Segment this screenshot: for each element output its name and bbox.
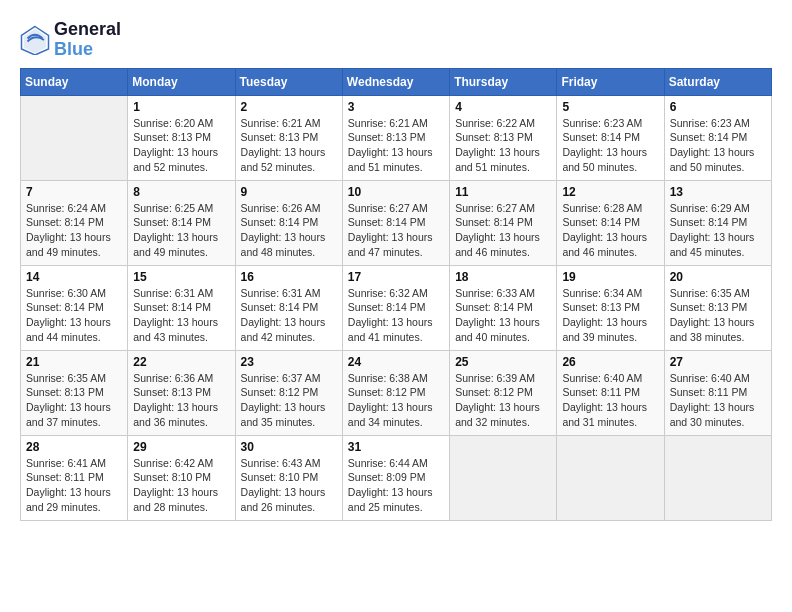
day-info: Sunrise: 6:22 AMSunset: 8:13 PMDaylight:… [455, 116, 551, 175]
day-info: Sunrise: 6:34 AMSunset: 8:13 PMDaylight:… [562, 286, 658, 345]
calendar-cell: 19Sunrise: 6:34 AMSunset: 8:13 PMDayligh… [557, 265, 664, 350]
day-number: 9 [241, 185, 337, 199]
weekday-header: Sunday [21, 68, 128, 95]
weekday-header: Saturday [664, 68, 771, 95]
calendar-cell: 20Sunrise: 6:35 AMSunset: 8:13 PMDayligh… [664, 265, 771, 350]
day-info: Sunrise: 6:20 AMSunset: 8:13 PMDaylight:… [133, 116, 229, 175]
calendar-week-row: 1Sunrise: 6:20 AMSunset: 8:13 PMDaylight… [21, 95, 772, 180]
calendar-cell: 15Sunrise: 6:31 AMSunset: 8:14 PMDayligh… [128, 265, 235, 350]
day-number: 17 [348, 270, 444, 284]
day-info: Sunrise: 6:43 AMSunset: 8:10 PMDaylight:… [241, 456, 337, 515]
day-number: 3 [348, 100, 444, 114]
weekday-header: Monday [128, 68, 235, 95]
day-info: Sunrise: 6:28 AMSunset: 8:14 PMDaylight:… [562, 201, 658, 260]
calendar-cell: 16Sunrise: 6:31 AMSunset: 8:14 PMDayligh… [235, 265, 342, 350]
logo-icon [20, 25, 50, 55]
calendar-cell: 18Sunrise: 6:33 AMSunset: 8:14 PMDayligh… [450, 265, 557, 350]
day-number: 14 [26, 270, 122, 284]
day-number: 11 [455, 185, 551, 199]
day-info: Sunrise: 6:29 AMSunset: 8:14 PMDaylight:… [670, 201, 766, 260]
day-info: Sunrise: 6:41 AMSunset: 8:11 PMDaylight:… [26, 456, 122, 515]
calendar-cell: 14Sunrise: 6:30 AMSunset: 8:14 PMDayligh… [21, 265, 128, 350]
day-info: Sunrise: 6:21 AMSunset: 8:13 PMDaylight:… [241, 116, 337, 175]
day-info: Sunrise: 6:32 AMSunset: 8:14 PMDaylight:… [348, 286, 444, 345]
day-number: 23 [241, 355, 337, 369]
calendar-cell: 8Sunrise: 6:25 AMSunset: 8:14 PMDaylight… [128, 180, 235, 265]
day-info: Sunrise: 6:30 AMSunset: 8:14 PMDaylight:… [26, 286, 122, 345]
calendar-cell: 29Sunrise: 6:42 AMSunset: 8:10 PMDayligh… [128, 435, 235, 520]
day-info: Sunrise: 6:37 AMSunset: 8:12 PMDaylight:… [241, 371, 337, 430]
day-number: 6 [670, 100, 766, 114]
weekday-header: Thursday [450, 68, 557, 95]
weekday-header: Tuesday [235, 68, 342, 95]
day-info: Sunrise: 6:40 AMSunset: 8:11 PMDaylight:… [670, 371, 766, 430]
day-number: 10 [348, 185, 444, 199]
calendar-cell: 24Sunrise: 6:38 AMSunset: 8:12 PMDayligh… [342, 350, 449, 435]
day-info: Sunrise: 6:27 AMSunset: 8:14 PMDaylight:… [455, 201, 551, 260]
day-number: 26 [562, 355, 658, 369]
calendar-cell: 26Sunrise: 6:40 AMSunset: 8:11 PMDayligh… [557, 350, 664, 435]
calendar-week-row: 14Sunrise: 6:30 AMSunset: 8:14 PMDayligh… [21, 265, 772, 350]
calendar-header-row: SundayMondayTuesdayWednesdayThursdayFrid… [21, 68, 772, 95]
day-number: 2 [241, 100, 337, 114]
calendar-cell: 1Sunrise: 6:20 AMSunset: 8:13 PMDaylight… [128, 95, 235, 180]
weekday-header: Friday [557, 68, 664, 95]
calendar-cell: 3Sunrise: 6:21 AMSunset: 8:13 PMDaylight… [342, 95, 449, 180]
day-number: 19 [562, 270, 658, 284]
weekday-header: Wednesday [342, 68, 449, 95]
day-number: 31 [348, 440, 444, 454]
calendar-week-row: 28Sunrise: 6:41 AMSunset: 8:11 PMDayligh… [21, 435, 772, 520]
calendar-cell: 28Sunrise: 6:41 AMSunset: 8:11 PMDayligh… [21, 435, 128, 520]
calendar-cell: 10Sunrise: 6:27 AMSunset: 8:14 PMDayligh… [342, 180, 449, 265]
day-info: Sunrise: 6:31 AMSunset: 8:14 PMDaylight:… [133, 286, 229, 345]
logo: General Blue [20, 20, 121, 60]
day-number: 25 [455, 355, 551, 369]
calendar-cell: 11Sunrise: 6:27 AMSunset: 8:14 PMDayligh… [450, 180, 557, 265]
calendar-cell: 5Sunrise: 6:23 AMSunset: 8:14 PMDaylight… [557, 95, 664, 180]
day-number: 22 [133, 355, 229, 369]
day-info: Sunrise: 6:39 AMSunset: 8:12 PMDaylight:… [455, 371, 551, 430]
day-number: 21 [26, 355, 122, 369]
day-info: Sunrise: 6:24 AMSunset: 8:14 PMDaylight:… [26, 201, 122, 260]
calendar-cell: 23Sunrise: 6:37 AMSunset: 8:12 PMDayligh… [235, 350, 342, 435]
calendar-cell: 21Sunrise: 6:35 AMSunset: 8:13 PMDayligh… [21, 350, 128, 435]
day-number: 20 [670, 270, 766, 284]
day-number: 27 [670, 355, 766, 369]
calendar-cell: 6Sunrise: 6:23 AMSunset: 8:14 PMDaylight… [664, 95, 771, 180]
calendar-cell: 22Sunrise: 6:36 AMSunset: 8:13 PMDayligh… [128, 350, 235, 435]
calendar-cell: 13Sunrise: 6:29 AMSunset: 8:14 PMDayligh… [664, 180, 771, 265]
day-number: 8 [133, 185, 229, 199]
calendar-cell [664, 435, 771, 520]
calendar-cell: 31Sunrise: 6:44 AMSunset: 8:09 PMDayligh… [342, 435, 449, 520]
day-number: 18 [455, 270, 551, 284]
day-number: 16 [241, 270, 337, 284]
day-number: 24 [348, 355, 444, 369]
day-info: Sunrise: 6:36 AMSunset: 8:13 PMDaylight:… [133, 371, 229, 430]
calendar-cell: 30Sunrise: 6:43 AMSunset: 8:10 PMDayligh… [235, 435, 342, 520]
day-info: Sunrise: 6:21 AMSunset: 8:13 PMDaylight:… [348, 116, 444, 175]
logo-text: General Blue [54, 20, 121, 60]
day-number: 30 [241, 440, 337, 454]
day-info: Sunrise: 6:44 AMSunset: 8:09 PMDaylight:… [348, 456, 444, 515]
calendar-cell: 25Sunrise: 6:39 AMSunset: 8:12 PMDayligh… [450, 350, 557, 435]
day-info: Sunrise: 6:27 AMSunset: 8:14 PMDaylight:… [348, 201, 444, 260]
day-info: Sunrise: 6:31 AMSunset: 8:14 PMDaylight:… [241, 286, 337, 345]
day-info: Sunrise: 6:40 AMSunset: 8:11 PMDaylight:… [562, 371, 658, 430]
calendar-cell [450, 435, 557, 520]
day-number: 4 [455, 100, 551, 114]
calendar-cell: 27Sunrise: 6:40 AMSunset: 8:11 PMDayligh… [664, 350, 771, 435]
day-number: 5 [562, 100, 658, 114]
day-number: 1 [133, 100, 229, 114]
calendar-cell: 4Sunrise: 6:22 AMSunset: 8:13 PMDaylight… [450, 95, 557, 180]
calendar-cell: 2Sunrise: 6:21 AMSunset: 8:13 PMDaylight… [235, 95, 342, 180]
day-info: Sunrise: 6:23 AMSunset: 8:14 PMDaylight:… [670, 116, 766, 175]
day-info: Sunrise: 6:35 AMSunset: 8:13 PMDaylight:… [26, 371, 122, 430]
page-header: General Blue [20, 20, 772, 60]
calendar-week-row: 7Sunrise: 6:24 AMSunset: 8:14 PMDaylight… [21, 180, 772, 265]
day-info: Sunrise: 6:35 AMSunset: 8:13 PMDaylight:… [670, 286, 766, 345]
day-info: Sunrise: 6:38 AMSunset: 8:12 PMDaylight:… [348, 371, 444, 430]
day-number: 28 [26, 440, 122, 454]
calendar-week-row: 21Sunrise: 6:35 AMSunset: 8:13 PMDayligh… [21, 350, 772, 435]
day-number: 12 [562, 185, 658, 199]
calendar-cell: 9Sunrise: 6:26 AMSunset: 8:14 PMDaylight… [235, 180, 342, 265]
